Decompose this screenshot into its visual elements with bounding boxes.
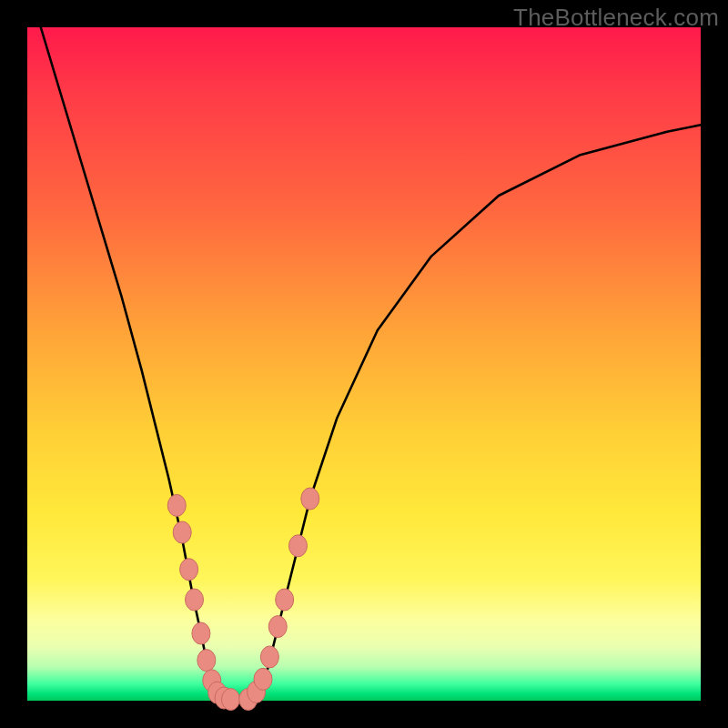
marker-dot xyxy=(180,559,198,581)
marker-dot xyxy=(254,668,272,690)
marker-dot xyxy=(173,521,191,543)
marker-dot xyxy=(167,494,186,516)
marker-dot xyxy=(301,488,319,510)
curve-markers xyxy=(167,488,319,711)
plot-area xyxy=(27,27,701,701)
chart-svg xyxy=(27,27,701,701)
marker-dot xyxy=(288,535,307,557)
marker-dot xyxy=(276,589,294,611)
marker-dot xyxy=(186,589,204,611)
marker-dot xyxy=(260,646,278,668)
chart-frame: TheBottleneck.com xyxy=(0,0,728,728)
marker-dot xyxy=(268,616,287,638)
marker-dot xyxy=(192,622,210,644)
bottleneck-curve xyxy=(41,27,701,701)
marker-dot xyxy=(221,689,239,711)
marker-dot xyxy=(197,650,216,672)
